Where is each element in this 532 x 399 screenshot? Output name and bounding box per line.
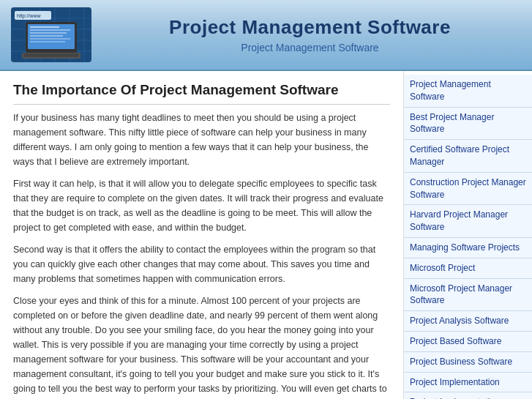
sidebar-item-11[interactable]: Project Implementation [404, 373, 532, 393]
paragraph-3: Second way is that it offers the ability… [13, 242, 390, 286]
svg-rect-21 [23, 53, 79, 57]
sidebar-item-12[interactable]: Project Implementation Software [404, 392, 532, 399]
laptop-icon: http://www [11, 7, 91, 62]
paragraph-2: First way it can help, is that it will a… [13, 176, 390, 235]
svg-rect-15 [30, 29, 70, 31]
header-title: Project Management Software [99, 16, 521, 39]
svg-rect-19 [30, 41, 65, 42]
header-logo: http://www [11, 7, 91, 62]
svg-rect-14 [30, 26, 59, 28]
sidebar-item-4[interactable]: Harvard Project Manager Software [404, 205, 532, 238]
header: http://www Project Management Software P… [0, 0, 532, 71]
paragraph-1: If your business has many tight deadline… [13, 111, 390, 169]
sidebar-item-7[interactable]: Microsoft Project Manager Software [404, 279, 532, 312]
header-subtitle: Project Management Software [99, 42, 521, 53]
header-text: Project Management Software Project Mana… [91, 16, 521, 53]
article-body: If your business has many tight deadline… [13, 111, 390, 399]
main-layout: The Importance Of Project Management Sof… [0, 71, 532, 399]
article-title: The Importance Of Project Management Sof… [13, 82, 390, 105]
content-area: The Importance Of Project Management Sof… [0, 71, 404, 399]
svg-rect-17 [30, 35, 63, 37]
sidebar-item-10[interactable]: Project Business Software [404, 352, 532, 373]
svg-rect-18 [30, 38, 70, 40]
sidebar-item-0[interactable]: Project Management Software [404, 75, 532, 108]
paragraph-4: Close your eyes and think of this for a … [13, 294, 390, 399]
sidebar-item-8[interactable]: Project Analysis Software [404, 311, 532, 332]
svg-rect-16 [30, 32, 67, 34]
sidebar-item-2[interactable]: Certified Software Project Manager [404, 140, 532, 173]
sidebar: Project Management SoftwareBest Project … [404, 71, 532, 399]
svg-text:http://www: http://www [17, 13, 42, 19]
sidebar-item-1[interactable]: Best Project Manager Software [404, 108, 532, 141]
sidebar-item-6[interactable]: Microsoft Project [404, 258, 532, 279]
sidebar-item-9[interactable]: Project Based Software [404, 332, 532, 352]
sidebar-item-3[interactable]: Construction Project Manager Software [404, 173, 532, 206]
sidebar-item-5[interactable]: Managing Software Projects [404, 238, 532, 258]
page-wrapper: http://www Project Management Software P… [0, 0, 532, 399]
